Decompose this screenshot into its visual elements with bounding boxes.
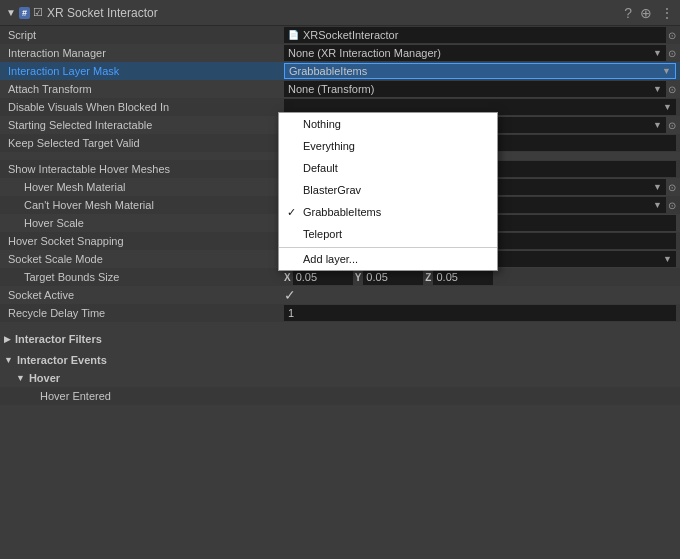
interaction-layer-mask-arrow-icon: ▼	[662, 66, 671, 76]
recycle-delay-time-row: Recycle Delay Time	[0, 304, 680, 322]
hover-socket-snapping-label: Hover Socket Snapping	[4, 235, 284, 247]
cant-hover-mesh-target-icon[interactable]: ⊙	[668, 200, 676, 211]
socket-active-value: ✓	[284, 287, 676, 303]
dropdown-item-grabbableitems[interactable]: GrabbableItems	[279, 201, 497, 223]
dropdown-item-add-layer[interactable]: Add layer...	[279, 247, 497, 270]
attach-transform-row: Attach Transform None (Transform) ▼ ⊙	[0, 80, 680, 98]
keep-selected-label: Keep Selected Target Valid	[4, 137, 284, 149]
interaction-layer-mask-dropdown[interactable]: GrabbableItems ▼	[284, 63, 676, 79]
hover-mesh-material-label: Hover Mesh Material	[4, 181, 284, 193]
socket-active-checkbox[interactable]: ✓	[284, 287, 296, 303]
z-field: Z	[425, 269, 493, 285]
script-field: 📄 XRSocketInteractor	[284, 27, 666, 43]
socket-active-row: Socket Active ✓	[0, 286, 680, 304]
starting-selected-target-icon[interactable]: ⊙	[668, 120, 676, 131]
script-field-text: XRSocketInteractor	[303, 29, 398, 41]
header-icons: ▼ # ☑	[6, 6, 43, 19]
hover-label: Hover	[29, 372, 60, 384]
x-input[interactable]	[293, 269, 353, 285]
hover-mesh-material-target-icon[interactable]: ⊙	[668, 182, 676, 193]
interactor-events-label: Interactor Events	[17, 354, 107, 366]
y-field: Y	[355, 269, 424, 285]
y-label: Y	[355, 272, 362, 283]
dropdown-item-default[interactable]: Default	[279, 157, 497, 179]
x-field: X	[284, 269, 353, 285]
menu-icon[interactable]: ⋮	[660, 5, 674, 21]
hover-subsection[interactable]: ▼ Hover	[0, 369, 680, 387]
z-input[interactable]	[433, 269, 493, 285]
target-bounds-size-value: X Y Z	[284, 269, 676, 285]
interactor-events-section[interactable]: ▼ Interactor Events	[0, 351, 680, 369]
attach-transform-text: None (Transform)	[288, 83, 374, 95]
interaction-layer-mask-value: GrabbableItems ▼	[284, 63, 676, 79]
disable-visuals-label: Disable Visuals When Blocked In	[4, 101, 284, 113]
dropdown-item-everything[interactable]: Everything	[279, 135, 497, 157]
component-panel: ▼ # ☑ XR Socket Interactor ? ⊕ ⋮ Script …	[0, 0, 680, 559]
interaction-manager-value: None (XR Interaction Manager) ▼ ⊙	[284, 45, 676, 61]
interaction-layer-mask-label: Interaction Layer Mask	[4, 65, 284, 77]
interaction-manager-arrow-icon: ▼	[653, 48, 662, 58]
interactor-filters-arrow-icon: ▶	[4, 334, 11, 344]
hover-entered-label: Hover Entered	[4, 390, 284, 402]
script-target-icon[interactable]: ⊙	[668, 30, 676, 41]
attach-transform-dropdown[interactable]: None (Transform) ▼	[284, 81, 666, 97]
socket-active-label: Socket Active	[4, 289, 284, 301]
hover-entered-row: Hover Entered	[0, 387, 680, 405]
component-header: ▼ # ☑ XR Socket Interactor ? ⊕ ⋮	[0, 0, 680, 26]
target-bounds-size-label: Target Bounds Size	[4, 271, 284, 283]
y-input[interactable]	[363, 269, 423, 285]
script-value: 📄 XRSocketInteractor ⊙	[284, 27, 676, 43]
interaction-manager-label: Interaction Manager	[4, 47, 284, 59]
recycle-delay-time-label: Recycle Delay Time	[4, 307, 284, 319]
starting-selected-label: Starting Selected Interactable	[4, 119, 284, 131]
show-hover-meshes-label: Show Interactable Hover Meshes	[4, 163, 284, 175]
hash-badge: #	[19, 7, 30, 19]
recycle-delay-time-value	[284, 305, 676, 321]
xyz-group: X Y Z	[284, 269, 676, 285]
attach-transform-value: None (Transform) ▼ ⊙	[284, 81, 676, 97]
starting-selected-arrow-icon: ▼	[653, 120, 662, 130]
hover-scale-label: Hover Scale	[4, 217, 284, 229]
hover-mesh-material-arrow-icon: ▼	[653, 182, 662, 192]
dropdown-popup: Nothing Everything Default BlasterGrav G…	[278, 112, 498, 271]
divider-2	[0, 322, 680, 330]
interaction-manager-row: Interaction Manager None (XR Interaction…	[0, 44, 680, 62]
interaction-manager-text: None (XR Interaction Manager)	[288, 47, 441, 59]
add-icon[interactable]: ⊕	[640, 5, 652, 21]
recycle-delay-time-input[interactable]	[284, 305, 676, 321]
cant-hover-mesh-arrow-icon: ▼	[653, 200, 662, 210]
interaction-layer-mask-row: Interaction Layer Mask GrabbableItems ▼	[0, 62, 680, 80]
checkbox-icon[interactable]: ☑	[33, 6, 43, 19]
script-file-icon: 📄	[288, 30, 299, 40]
dropdown-item-nothing[interactable]: Nothing	[279, 113, 497, 135]
dropdown-item-blastergrav[interactable]: BlasterGrav	[279, 179, 497, 201]
interaction-manager-dropdown[interactable]: None (XR Interaction Manager) ▼	[284, 45, 666, 61]
z-label: Z	[425, 272, 431, 283]
interactor-events-arrow-icon: ▼	[4, 355, 13, 365]
properties-area: Script 📄 XRSocketInteractor ⊙ Interactio…	[0, 26, 680, 559]
collapse-arrow-icon[interactable]: ▼	[6, 7, 16, 18]
disable-visuals-arrow-icon: ▼	[663, 102, 672, 112]
component-title: XR Socket Interactor	[47, 6, 620, 20]
script-row: Script 📄 XRSocketInteractor ⊙	[0, 26, 680, 44]
cant-hover-mesh-label: Can't Hover Mesh Material	[4, 199, 284, 211]
socket-scale-mode-label: Socket Scale Mode	[4, 253, 284, 265]
socket-scale-mode-arrow-icon: ▼	[663, 254, 672, 264]
interactor-filters-section[interactable]: ▶ Interactor Filters	[0, 330, 680, 348]
dropdown-item-teleport[interactable]: Teleport	[279, 223, 497, 245]
attach-transform-target-icon[interactable]: ⊙	[668, 84, 676, 95]
attach-transform-label: Attach Transform	[4, 83, 284, 95]
hover-arrow-icon: ▼	[16, 373, 25, 383]
header-actions: ? ⊕ ⋮	[624, 5, 674, 21]
script-label: Script	[4, 29, 284, 41]
x-label: X	[284, 272, 291, 283]
interaction-layer-mask-text: GrabbableItems	[289, 65, 367, 77]
interactor-filters-label: Interactor Filters	[15, 333, 102, 345]
interaction-manager-target-icon[interactable]: ⊙	[668, 48, 676, 59]
attach-transform-arrow-icon: ▼	[653, 84, 662, 94]
help-icon[interactable]: ?	[624, 5, 632, 21]
